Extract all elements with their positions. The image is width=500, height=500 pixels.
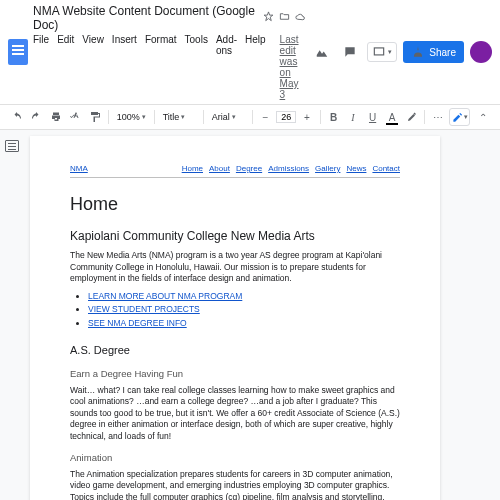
cloud-icon[interactable] [295,11,306,25]
paragraph: The Animation specialization prepares st… [70,469,400,500]
docs-logo-icon[interactable] [8,39,28,65]
bold-button[interactable]: B [325,108,343,126]
editing-mode-button[interactable]: ▾ [449,108,471,126]
italic-button[interactable]: I [344,108,362,126]
size-decrease-icon[interactable]: − [257,108,275,126]
underline-button[interactable]: U [364,108,382,126]
spellcheck-icon[interactable] [67,108,85,126]
paint-format-icon[interactable] [86,108,104,126]
paragraph: The New Media Arts (NMA) program is a tw… [70,250,400,284]
highlight-icon[interactable] [403,108,421,126]
last-edit-link[interactable]: Last edit was on May 3 [280,34,307,100]
more-icon[interactable]: ⋯ [429,108,447,126]
menu-format[interactable]: Format [145,34,177,100]
undo-icon[interactable] [8,108,26,126]
star-icon[interactable] [263,11,274,25]
heading-2: Kapiolani Community College New Media Ar… [70,228,400,244]
menu-tools[interactable]: Tools [185,34,208,100]
heading-3: A.S. Degree [70,343,400,358]
nav-link[interactable]: Gallery [315,164,340,175]
menu-addons[interactable]: Add-ons [216,34,237,100]
menu-insert[interactable]: Insert [112,34,137,100]
size-input[interactable]: 26 [276,111,296,123]
activity-icon[interactable] [311,41,333,63]
toolbar: 100% Title Arial − 26 + B I U A ⋯ ▾ ⌃ [0,104,500,129]
comments-icon[interactable] [339,41,361,63]
nav-brand[interactable]: NMA [70,164,88,175]
heading-1: Home [70,192,400,216]
heading-4: Earn a Degree Having Fun [70,368,400,381]
document-canvas[interactable]: NMA Home About Degree Admissions Gallery… [24,130,500,500]
zoom-select[interactable]: 100% [113,110,150,124]
nav-link[interactable]: Contact [372,164,400,175]
menu-help[interactable]: Help [245,34,266,100]
share-button[interactable]: Share [403,41,464,63]
paragraph: Wait… what? I can take real college clas… [70,385,400,442]
page: NMA Home About Degree Admissions Gallery… [30,136,440,500]
menu-file[interactable]: File [33,34,49,100]
hide-menus-icon[interactable]: ⌃ [474,108,492,126]
body-link[interactable]: VIEW STUDENT PROJECTS [88,304,200,314]
redo-icon[interactable] [28,108,46,126]
document-title[interactable]: NMA Website Content Document (Google Doc… [33,4,257,32]
nav-link[interactable]: Admissions [268,164,309,175]
account-avatar[interactable] [470,41,492,63]
menu-view[interactable]: View [82,34,104,100]
move-icon[interactable] [279,11,290,25]
size-increase-icon[interactable]: + [298,108,316,126]
body-link[interactable]: LEARN MORE ABOUT NMA PROGRAM [88,291,242,301]
nav-link[interactable]: Home [182,164,203,175]
style-select[interactable]: Title [159,110,199,124]
nav-link[interactable]: News [346,164,366,175]
heading-4: Animation [70,452,400,465]
print-icon[interactable] [47,108,65,126]
nav-link[interactable]: Degree [236,164,262,175]
body-link[interactable]: SEE NMA DEGREE INFO [88,318,187,328]
text-color-icon[interactable]: A [383,108,401,126]
menu-edit[interactable]: Edit [57,34,74,100]
outline-icon[interactable] [5,140,19,152]
font-select[interactable]: Arial [208,110,248,124]
svg-rect-0 [375,48,384,55]
nav-link[interactable]: About [209,164,230,175]
present-button[interactable]: ▾ [367,42,397,62]
